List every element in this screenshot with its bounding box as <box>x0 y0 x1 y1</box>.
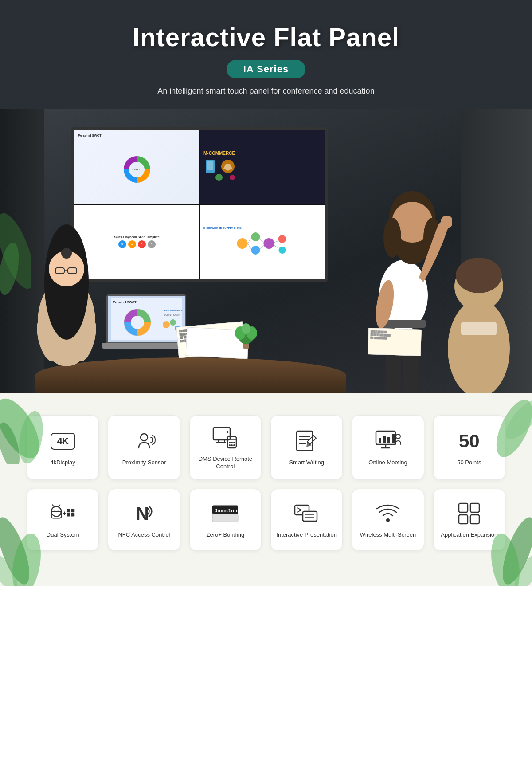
wireless-icon <box>375 502 401 526</box>
dual-icon-wrap: + <box>50 500 76 527</box>
svg-text:0mm-1mm: 0mm-1mm <box>215 507 239 513</box>
svg-point-59 <box>456 258 502 293</box>
svg-rect-104 <box>67 509 70 513</box>
svg-rect-120 <box>470 503 479 512</box>
wireless-icon-wrap <box>375 500 401 527</box>
svg-rect-119 <box>459 503 468 512</box>
document: ████ ████████████ ████ ████ ████████ <box>368 328 422 356</box>
feature-label-presentation: Interactive Presentation <box>276 531 337 539</box>
proximity-icon <box>132 429 156 453</box>
svg-point-72 <box>141 434 148 441</box>
nfc-icon-wrap: N <box>131 500 157 527</box>
svg-point-57 <box>448 300 510 393</box>
svg-line-15 <box>260 245 264 249</box>
person-seated-right <box>434 207 523 393</box>
hero-badge: IA Series <box>0 60 532 78</box>
presentation-icon <box>294 502 320 526</box>
meeting-icon <box>375 429 401 453</box>
svg-point-81 <box>229 444 231 446</box>
feature-label-dual: Dual System <box>47 531 79 539</box>
svg-text:E-COMMERCE: E-COMMERCE <box>164 309 182 312</box>
svg-point-63 <box>0 420 24 464</box>
svg-point-71 <box>509 549 532 586</box>
apps-icon-wrap <box>456 500 482 527</box>
svg-point-10 <box>278 235 286 243</box>
svg-rect-91 <box>383 436 386 443</box>
zero-icon: 0mm-1mm <box>212 502 239 525</box>
table-plant <box>235 320 257 351</box>
feature-zero-bonding: 0mm-1mm Zero+ Bonding <box>189 489 262 551</box>
svg-line-13 <box>248 243 251 249</box>
svg-rect-60 <box>461 322 497 335</box>
hero-section: Interactive Flat Panel IA Series An inte… <box>0 0 532 393</box>
features-row-2: + Dual System N <box>27 489 505 551</box>
display-q4: E-COMMERCE SUPPLY CHAIN <box>200 205 325 279</box>
meeting-icon-wrap <box>375 428 401 455</box>
feature-label-zero: Zero+ Bonding <box>206 531 244 539</box>
features-section: 4K 4kDisplay Proximity Sensor <box>0 393 532 586</box>
feature-label-50: 50 Points <box>457 459 481 467</box>
svg-point-82 <box>231 444 233 446</box>
feature-4k-display: 4K 4kDisplay <box>27 415 99 480</box>
feature-label-wireless: Wireless Multi-Screen <box>360 531 416 539</box>
svg-point-6 <box>237 238 248 249</box>
dms-icon <box>212 426 238 450</box>
feature-label-meeting: Online Meeting <box>368 459 407 467</box>
svg-point-7 <box>251 232 260 241</box>
presentation-icon-wrap <box>293 500 320 527</box>
feature-50-points: 50 50 Points <box>433 415 505 480</box>
feature-label-4k: 4kDisplay <box>50 459 75 467</box>
svg-point-53 <box>383 218 401 258</box>
dms-icon-wrap <box>212 424 239 451</box>
feature-dms-remote: DMS Device Remote Control <box>189 415 262 480</box>
svg-point-99 <box>54 511 55 513</box>
feature-label-writing: Smart Writing <box>289 459 324 467</box>
svg-rect-121 <box>459 515 468 524</box>
writing-icon-wrap <box>293 428 320 455</box>
feature-app-expansion: Application Expansion <box>433 489 505 551</box>
50-icon: 50 <box>459 432 480 451</box>
person-seated-left <box>22 180 111 380</box>
svg-rect-106 <box>67 513 70 517</box>
svg-rect-90 <box>379 438 381 443</box>
svg-rect-107 <box>71 513 74 517</box>
svg-line-17 <box>274 245 278 249</box>
svg-point-44 <box>242 323 250 334</box>
svg-point-78 <box>229 442 231 443</box>
feature-proximity-sensor: Proximity Sensor <box>108 415 180 480</box>
4k-icon: 4K <box>51 433 75 450</box>
svg-point-38 <box>170 319 176 326</box>
svg-rect-105 <box>71 509 74 513</box>
feature-label-dms: DMS Device Remote Control <box>194 455 257 471</box>
svg-point-9 <box>264 238 274 249</box>
features-row-1: 4K 4kDisplay Proximity Sensor <box>27 415 505 480</box>
svg-rect-114 <box>303 511 317 521</box>
4k-icon-wrap: 4K <box>50 428 76 455</box>
hero-title: Interactive Flat Panel <box>0 22 532 52</box>
display-q2: M-COMMERCE <box>200 130 325 204</box>
feature-label-proximity: Proximity Sensor <box>122 459 166 467</box>
svg-point-118 <box>386 518 390 522</box>
feature-online-meeting: Online Meeting <box>352 415 424 480</box>
svg-point-34 <box>131 316 144 329</box>
50-icon-wrap: 50 <box>456 428 482 455</box>
svg-line-101 <box>52 505 54 507</box>
dual-icon: + <box>50 502 76 526</box>
svg-text:SUPPLY CHAIN: SUPPLY CHAIN <box>164 314 180 316</box>
svg-rect-111 <box>212 514 238 522</box>
svg-line-14 <box>260 239 264 243</box>
svg-rect-84 <box>297 431 313 451</box>
svg-rect-92 <box>387 437 390 443</box>
svg-point-96 <box>396 434 400 439</box>
svg-rect-1 <box>207 161 213 170</box>
svg-point-4 <box>215 174 223 181</box>
svg-line-102 <box>59 505 60 507</box>
apps-icon <box>457 502 481 526</box>
svg-rect-93 <box>392 434 395 443</box>
svg-point-28 <box>61 248 72 259</box>
svg-point-8 <box>251 246 260 255</box>
feature-wireless-multi: Wireless Multi-Screen <box>352 489 424 551</box>
svg-text:+: + <box>62 509 66 518</box>
svg-point-37 <box>163 321 170 328</box>
nfc-icon: N <box>132 502 156 526</box>
